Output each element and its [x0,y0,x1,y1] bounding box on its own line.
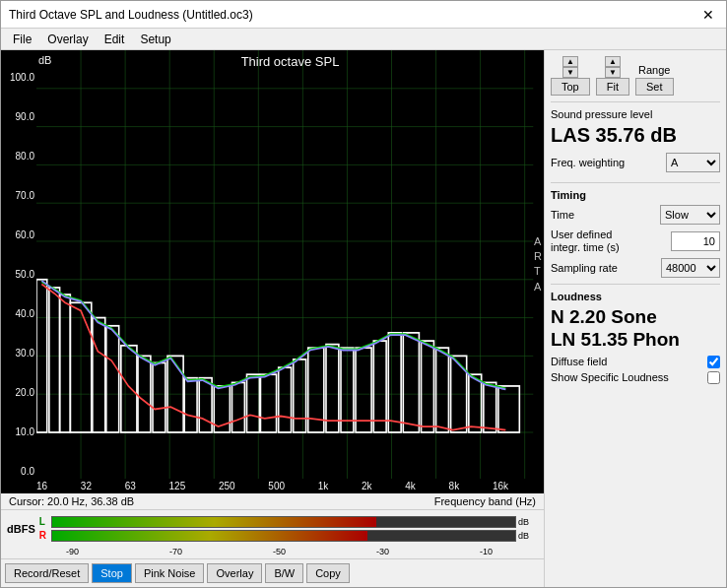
top-up-button[interactable]: ▲ [562,56,578,67]
y-tick-30: 30.0 [16,348,34,359]
copy-button[interactable]: Copy [306,563,350,583]
ln-value: LN 51.35 Phon [551,329,720,352]
fit-down-button[interactable]: ▼ [605,67,621,78]
y-tick-80: 80.0 [16,151,34,162]
x-tick-4k: 4k [405,481,416,491]
y-tick-20: 20.0 [16,387,34,398]
sampling-rate-label: Sampling rate [551,262,618,274]
window-title: Third Octave SPL and Loudness (Untitled.… [9,8,253,22]
record-reset-button[interactable]: Record/Reset [5,563,89,583]
x-tick-125: 125 [169,481,186,491]
user-defined-label: User definedintegr. time (s) [551,229,620,254]
x-tick-500: 500 [268,481,285,491]
set-button[interactable]: Set [635,78,674,96]
fit-up-button[interactable]: ▲ [605,56,621,67]
spl-section: Sound pressure level LAS 35.76 dB Freq. … [551,101,720,176]
x-tick-16: 16 [36,481,47,491]
chart-title: Third octave SPL [36,54,544,69]
main-content: 100.0 90.0 80.0 70.0 60.0 50.0 40.0 30.0… [1,50,726,587]
l-channel-label: L [39,516,49,527]
x-tick-32: 32 [81,481,92,491]
user-defined-input[interactable] [671,231,720,251]
stop-button[interactable]: Stop [92,563,132,583]
title-bar: Third Octave SPL and Loudness (Untitled.… [1,1,726,29]
top-down-button[interactable]: ▼ [562,67,578,78]
range-label: Range [638,64,670,76]
svg-rect-0 [36,50,544,479]
spl-section-label: Sound pressure level [551,108,720,120]
top-button[interactable]: Top [551,78,590,96]
x-tick-1k: 1k [318,481,329,491]
freq-weighting-select[interactable]: A B C [666,153,720,172]
x-tick-16k: 16k [493,481,508,491]
dbfs-tick-30: -30 [376,547,389,556]
spl-value: LAS 35.76 dB [551,124,720,147]
bw-button[interactable]: B/W [265,563,303,583]
overlay-button[interactable]: Overlay [207,563,262,583]
right-panel: ▲ ▼ Top ▲ ▼ Fit Range Set [544,50,726,587]
menu-bar: File Overlay Edit Setup [1,29,726,50]
chart-top-area: 100.0 90.0 80.0 70.0 60.0 50.0 40.0 30.0… [1,50,544,587]
time-label: Time [551,209,574,221]
x-tick-250: 250 [219,481,235,491]
dbfs-tick-70: -70 [169,547,182,556]
chart-outer: 100.0 90.0 80.0 70.0 60.0 50.0 40.0 30.0… [1,50,544,587]
y-tick-0: 0.0 [21,466,34,477]
y-tick-90: 90.0 [16,111,34,122]
y-tick-10: 10.0 [16,426,34,437]
y-tick-100: 100.0 [10,72,34,83]
main-window: Third Octave SPL and Loudness (Untitled.… [0,0,727,588]
dbfs-tick-50: -50 [273,547,286,556]
y-tick-70: 70.0 [16,190,34,201]
x-tick-8k: 8k [449,481,460,491]
loudness-label: Loudness [551,291,720,302]
close-button[interactable]: ✕ [698,5,718,25]
y-tick-60: 60.0 [16,229,34,240]
cursor-info: Cursor: 20.0 Hz, 36.38 dB [9,495,134,507]
fit-button[interactable]: Fit [596,78,629,96]
dbfs-tick-90: -90 [66,547,79,556]
n-value: N 2.20 Sone [551,306,720,329]
timing-label: Timing [551,189,720,201]
freq-band-label: Frequency band (Hz) [434,495,536,507]
y-tick-40: 40.0 [16,308,34,319]
dbfs-db-R: dB [518,531,538,541]
timing-section: Timing Time Slow Fast Impulse User defin… [551,182,720,278]
menu-edit[interactable]: Edit [97,31,133,48]
dbfs-tick-10: -10 [480,547,493,556]
menu-setup[interactable]: Setup [132,31,178,48]
db-axis-label: dB [38,54,51,66]
menu-overlay[interactable]: Overlay [39,31,96,48]
dbfs-label: dBFS [7,523,35,535]
x-tick-63: 63 [125,481,136,491]
show-specific-label: Show Specific Loudness [551,371,669,383]
arta-label: A R T A [534,234,542,295]
chart-svg [36,50,544,479]
freq-weighting-label: Freq. weighting [551,157,625,168]
r-channel-label: R [39,530,49,541]
diffuse-field-label: Diffuse field [551,356,607,367]
pink-noise-button[interactable]: Pink Noise [135,563,205,583]
x-tick-2k: 2k [362,481,372,491]
show-specific-checkbox[interactable] [707,371,720,384]
sampling-rate-select[interactable]: 48000 44100 96000 [661,258,720,278]
diffuse-field-checkbox[interactable] [707,356,720,368]
loudness-section: Loudness N 2.20 Sone LN 51.35 Phon Diffu… [551,284,720,384]
dbfs-db-L: dB [518,517,538,527]
time-select[interactable]: Slow Fast Impulse [660,205,720,225]
x-axis-ticks: 16 32 63 125 250 500 1k 2k 4k 8k 16k [1,479,544,493]
menu-file[interactable]: File [5,31,39,48]
y-tick-50: 50.0 [16,269,34,280]
